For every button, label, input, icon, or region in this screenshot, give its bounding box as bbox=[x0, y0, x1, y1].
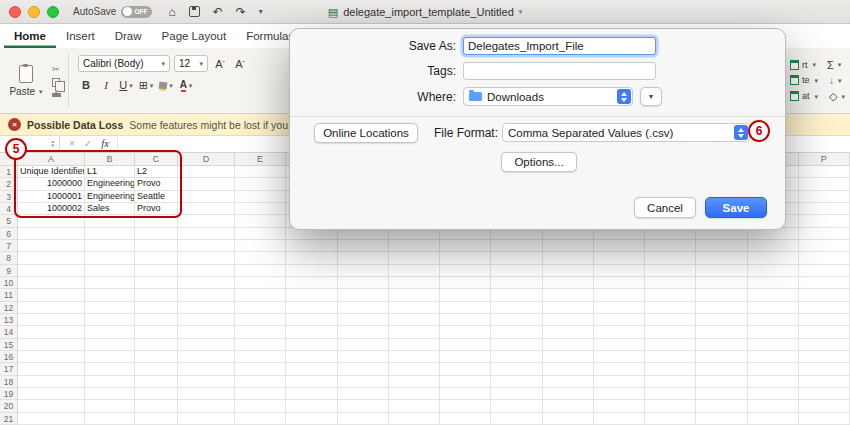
autosave-toggle[interactable]: AutoSave OFF bbox=[73, 6, 152, 18]
italic-button[interactable]: I bbox=[98, 77, 114, 93]
row-header-4[interactable]: 4 bbox=[0, 203, 18, 215]
cell-N10[interactable] bbox=[696, 277, 747, 289]
cell-B3[interactable]: Engineering bbox=[85, 191, 135, 203]
cell-B2[interactable]: Engineering bbox=[85, 178, 135, 190]
cell-B18[interactable] bbox=[85, 376, 135, 388]
fullscreen-window-button[interactable] bbox=[47, 6, 59, 18]
cell-N18[interactable] bbox=[696, 376, 747, 388]
cell-C2[interactable]: Provo bbox=[135, 178, 178, 190]
cell-P2[interactable] bbox=[799, 178, 850, 190]
cell-A17[interactable] bbox=[18, 363, 85, 375]
cell-J7[interactable] bbox=[491, 240, 542, 252]
cell-B7[interactable] bbox=[85, 240, 135, 252]
cell-M9[interactable] bbox=[645, 265, 696, 277]
fill-color-button[interactable]: ▾ bbox=[158, 77, 174, 93]
column-header-P[interactable]: P bbox=[799, 153, 850, 165]
cell-E19[interactable] bbox=[235, 388, 286, 400]
cell-E5[interactable] bbox=[235, 215, 286, 227]
cell-A11[interactable] bbox=[18, 289, 85, 301]
where-select[interactable]: Downloads bbox=[463, 87, 633, 106]
cell-D9[interactable] bbox=[178, 265, 235, 277]
cell-J17[interactable] bbox=[491, 363, 542, 375]
cell-N19[interactable] bbox=[696, 388, 747, 400]
cell-E11[interactable] bbox=[235, 289, 286, 301]
clear-button[interactable]: ◇▾ bbox=[829, 90, 845, 103]
document-title[interactable]: ▤ delegate_import_template_Untitled ▾ bbox=[328, 0, 523, 24]
cell-C10[interactable] bbox=[135, 277, 178, 289]
cell-K19[interactable] bbox=[543, 388, 594, 400]
cell-C1[interactable]: L2 bbox=[135, 166, 178, 178]
cell-J15[interactable] bbox=[491, 339, 542, 351]
row-header-7[interactable]: 7 bbox=[0, 240, 18, 252]
cell-P7[interactable] bbox=[799, 240, 850, 252]
cell-H11[interactable] bbox=[389, 289, 440, 301]
cell-L12[interactable] bbox=[594, 302, 645, 314]
cell-E18[interactable] bbox=[235, 376, 286, 388]
cell-J21[interactable] bbox=[491, 413, 542, 425]
cell-A8[interactable] bbox=[18, 252, 85, 264]
cell-A10[interactable] bbox=[18, 277, 85, 289]
cell-C5[interactable] bbox=[135, 215, 178, 227]
cell-E4[interactable] bbox=[235, 203, 286, 215]
cell-A7[interactable] bbox=[18, 240, 85, 252]
cell-A21[interactable] bbox=[18, 413, 85, 425]
cell-O7[interactable] bbox=[748, 240, 799, 252]
cell-J19[interactable] bbox=[491, 388, 542, 400]
insert-function-icon[interactable]: fx bbox=[101, 139, 109, 150]
cell-P3[interactable] bbox=[799, 191, 850, 203]
cell-I11[interactable] bbox=[440, 289, 491, 301]
row-header-20[interactable]: 20 bbox=[0, 400, 18, 412]
confirm-entry-icon[interactable]: ✓ bbox=[84, 139, 92, 149]
cell-M19[interactable] bbox=[645, 388, 696, 400]
bold-button[interactable]: B bbox=[78, 77, 94, 93]
borders-button[interactable]: ⊞▾ bbox=[138, 77, 154, 93]
cell-O13[interactable] bbox=[748, 314, 799, 326]
cell-O12[interactable] bbox=[748, 302, 799, 314]
file-format-select[interactable]: Comma Separated Values (.csv) bbox=[502, 123, 750, 142]
cell-A16[interactable] bbox=[18, 351, 85, 363]
cell-E7[interactable] bbox=[235, 240, 286, 252]
cell-L14[interactable] bbox=[594, 326, 645, 338]
cell-M18[interactable] bbox=[645, 376, 696, 388]
column-header-D[interactable]: D bbox=[178, 153, 235, 165]
cell-F7[interactable] bbox=[286, 240, 337, 252]
cell-P4[interactable] bbox=[799, 203, 850, 215]
online-locations-button[interactable]: Online Locations bbox=[314, 123, 418, 143]
cell-K18[interactable] bbox=[543, 376, 594, 388]
cell-D11[interactable] bbox=[178, 289, 235, 301]
home-icon[interactable]: ⌂ bbox=[168, 6, 175, 18]
cell-H7[interactable] bbox=[389, 240, 440, 252]
name-box-stepper[interactable]: ▲▼ bbox=[51, 140, 55, 149]
cell-C8[interactable] bbox=[135, 252, 178, 264]
cell-M12[interactable] bbox=[645, 302, 696, 314]
cell-B10[interactable] bbox=[85, 277, 135, 289]
cell-D12[interactable] bbox=[178, 302, 235, 314]
cell-D21[interactable] bbox=[178, 413, 235, 425]
save-icon[interactable] bbox=[189, 6, 200, 17]
cell-L11[interactable] bbox=[594, 289, 645, 301]
cell-F14[interactable] bbox=[286, 326, 337, 338]
increase-font-size-button[interactable]: Aˆ bbox=[212, 56, 228, 72]
cell-B16[interactable] bbox=[85, 351, 135, 363]
cell-E1[interactable] bbox=[235, 166, 286, 178]
close-window-button[interactable] bbox=[9, 6, 21, 18]
cell-C15[interactable] bbox=[135, 339, 178, 351]
cell-B11[interactable] bbox=[85, 289, 135, 301]
row-header-19[interactable]: 19 bbox=[0, 388, 18, 400]
row-header-5[interactable]: 5 bbox=[0, 215, 18, 227]
cell-G19[interactable] bbox=[338, 388, 389, 400]
paste-button[interactable]: Paste▾ bbox=[6, 53, 46, 109]
cell-P9[interactable] bbox=[799, 265, 850, 277]
cell-E14[interactable] bbox=[235, 326, 286, 338]
cell-O11[interactable] bbox=[748, 289, 799, 301]
cell-I21[interactable] bbox=[440, 413, 491, 425]
row-header-14[interactable]: 14 bbox=[0, 326, 18, 338]
cell-O21[interactable] bbox=[748, 413, 799, 425]
cell-D17[interactable] bbox=[178, 363, 235, 375]
row-header-18[interactable]: 18 bbox=[0, 376, 18, 388]
cell-C21[interactable] bbox=[135, 413, 178, 425]
cell-K11[interactable] bbox=[543, 289, 594, 301]
cell-P6[interactable] bbox=[799, 228, 850, 240]
row-header-10[interactable]: 10 bbox=[0, 277, 18, 289]
cell-P1[interactable] bbox=[799, 166, 850, 178]
